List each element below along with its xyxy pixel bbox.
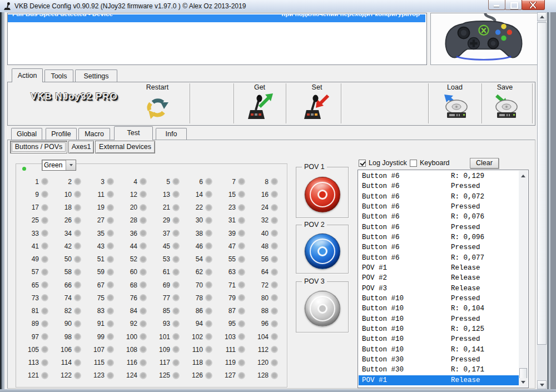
log-entry-row[interactable]: POV #3Release <box>359 284 519 294</box>
log-entry-row[interactable]: Button #10Pressed <box>359 294 519 304</box>
event-log-list[interactable]: Button #6R: 0,129Button #6PressedButton … <box>358 170 529 388</box>
led-color-dropdown-button[interactable] <box>66 160 76 170</box>
set-icon[interactable] <box>304 92 330 121</box>
tab-settings[interactable]: Settings <box>75 70 117 82</box>
button-led-indicator <box>205 346 212 353</box>
log-entry-row[interactable]: Button #6Pressed <box>359 222 519 232</box>
maximize-button[interactable] <box>505 0 522 10</box>
clear-button[interactable]: Clear <box>470 158 499 168</box>
button-number: 2 <box>68 178 72 186</box>
log-entry-row[interactable]: Button #10R: 0,125 <box>359 324 519 334</box>
pov1-label: POV 1 <box>302 163 327 171</box>
log-scroll-up-button[interactable] <box>519 172 528 180</box>
log-entry-row[interactable]: POV #1Release <box>359 375 519 385</box>
log-entry-state: R: 0,076 <box>451 212 519 222</box>
button-led-indicator <box>140 269 147 276</box>
window-border-right <box>547 12 556 389</box>
log-entry-row[interactable]: Button #6Pressed <box>359 181 519 191</box>
button-led-indicator <box>238 242 245 250</box>
button-number: 94 <box>196 320 203 328</box>
button-test-cell: 34 <box>53 227 86 240</box>
button-test-cell: 55 <box>217 253 250 266</box>
button-number: 110 <box>192 346 203 354</box>
subtab-buttons-povs[interactable]: Buttons / POVs <box>10 141 67 153</box>
led-color-select[interactable]: Green <box>42 160 76 171</box>
button-number: 120 <box>257 359 269 366</box>
minimize-button[interactable] <box>488 0 505 10</box>
button-led-indicator <box>107 281 114 289</box>
button-led-indicator <box>74 256 81 263</box>
subtab-external-devices[interactable]: External Devices <box>95 141 155 153</box>
restart-icon[interactable] <box>146 96 168 119</box>
log-entry-state: R: 0,104 <box>451 304 519 314</box>
log-entry-row[interactable]: Button #6R: 0,129 <box>359 171 519 181</box>
log-scrollbar[interactable] <box>519 171 528 387</box>
button-test-cell: 80 <box>250 291 282 304</box>
button-test-cell: 50 <box>53 253 86 266</box>
form-scroll-thumb[interactable] <box>537 22 547 345</box>
keyboard-label[interactable]: Keyboard <box>420 159 450 167</box>
button-test-cell: 59 <box>86 266 118 279</box>
button-number: 31 <box>229 216 236 224</box>
log-entry-source: Button #30 <box>362 355 451 365</box>
log-scroll-down-button[interactable] <box>519 378 528 386</box>
subtab-external-devices-label: External Devices <box>99 143 151 151</box>
button-test-cell: 117 <box>151 356 184 369</box>
log-entry-row[interactable]: Button #10R: 0,104 <box>359 304 519 314</box>
form-scroll-down-button[interactable] <box>537 380 547 389</box>
button-number: 47 <box>229 242 236 250</box>
form-scroll-up-button[interactable] <box>537 12 547 21</box>
log-joystick-checkbox[interactable] <box>359 160 366 167</box>
log-entry-row[interactable]: Button #10R: 0,141 <box>359 345 519 355</box>
button-number: 83 <box>97 307 105 315</box>
log-entry-row[interactable]: Button #6R: 0,096 <box>359 232 519 242</box>
log-entry-row[interactable]: Button #6R: 0,076 <box>359 212 519 222</box>
log-entry-row[interactable]: Button #30Pressed <box>359 355 519 365</box>
button-led-indicator <box>205 217 212 224</box>
log-entry-row[interactable]: Button #10Pressed <box>359 334 519 344</box>
log-entry-row[interactable]: POV #2Release <box>359 273 519 283</box>
close-button[interactable] <box>522 0 545 10</box>
log-entry-source: Button #6 <box>362 202 451 212</box>
button-number: 111 <box>226 346 236 354</box>
toolbar-separator <box>532 83 533 123</box>
log-joystick-label[interactable]: Log Joystick <box>369 159 407 167</box>
button-number: 38 <box>196 230 203 237</box>
log-entry-row[interactable]: Button #6Pressed <box>359 202 519 212</box>
device-message-selected-row[interactable]: Full Bus Speed detected - Device при под… <box>8 14 425 22</box>
log-entry-row[interactable]: Button #6R: 0,072 <box>359 192 519 202</box>
log-entry-row[interactable]: Button #6Pressed <box>359 242 519 252</box>
keyboard-checkbox[interactable] <box>410 160 417 167</box>
tab-test[interactable]: Test <box>114 126 153 140</box>
form-scrollbar[interactable] <box>537 12 547 389</box>
subtab-axes1[interactable]: Axes1 <box>68 141 94 153</box>
tab-profile[interactable]: Profile <box>46 128 77 140</box>
maximize-icon <box>510 2 518 9</box>
tab-action[interactable]: Action <box>12 68 43 82</box>
log-entry-row[interactable]: Button #10Pressed <box>359 314 519 324</box>
button-led-indicator <box>41 217 48 224</box>
button-led-indicator <box>172 281 180 289</box>
get-icon[interactable] <box>246 92 273 121</box>
button-led-indicator <box>205 294 212 301</box>
save-icon[interactable] <box>492 95 519 120</box>
log-entry-row[interactable]: Button #30R: 0,171 <box>359 365 519 375</box>
button-test-cell: 26 <box>53 214 86 227</box>
arrow-down-icon <box>521 381 525 384</box>
log-entry-source: POV #3 <box>362 284 451 294</box>
button-number: 51 <box>97 255 105 263</box>
log-entry-row[interactable]: Button #6R: 0,077 <box>359 253 519 263</box>
button-number: 18 <box>64 204 72 211</box>
load-icon[interactable] <box>442 95 469 120</box>
log-entry-source: Button #6 <box>362 181 451 191</box>
log-scroll-thumb[interactable] <box>519 368 527 379</box>
window-titlebar[interactable]: VKB Device Config v0.90.92 (NJoy32 firmw… <box>0 0 556 13</box>
tab-tools[interactable]: Tools <box>44 70 73 82</box>
tab-global[interactable]: Global <box>11 128 42 140</box>
log-entry-source: POV #1 <box>362 263 451 273</box>
tab-info[interactable]: Info <box>156 128 187 140</box>
button-led-indicator <box>140 256 147 263</box>
tab-macro[interactable]: Macro <box>78 128 110 140</box>
button-number: 99 <box>97 333 105 341</box>
log-entry-row[interactable]: POV #1Release <box>359 263 519 273</box>
